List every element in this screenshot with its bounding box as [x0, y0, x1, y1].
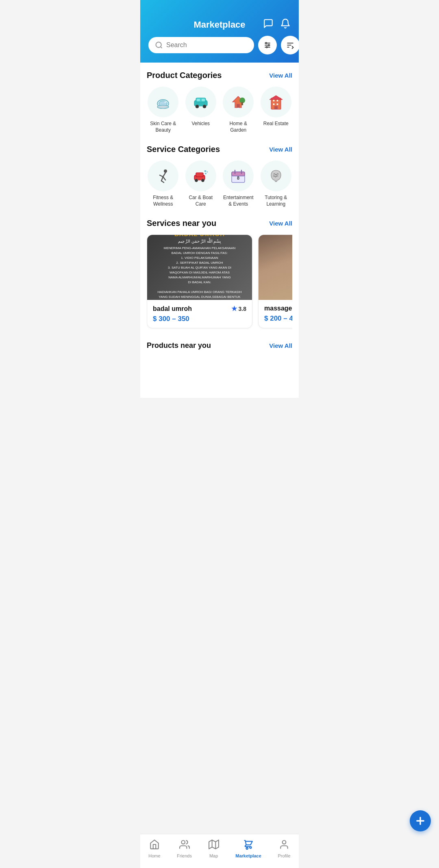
svg-rect-30	[274, 106, 278, 109]
notification-icon-button[interactable]	[280, 18, 291, 31]
skin-care-icon-circle	[148, 87, 178, 117]
badal-umroh-info: badal umroh ★ 3.8 $ 300 – 350	[147, 300, 252, 328]
massage-info: massage th... $ 200 – 400	[259, 300, 292, 328]
svg-point-41	[201, 179, 204, 182]
services-near-header: Services near you View All	[147, 219, 292, 228]
badal-umroh-name: badal umroh	[153, 305, 192, 312]
massage-name: massage th...	[264, 305, 292, 312]
product-categories-grid: Skin Care &Beauty Vehicles	[147, 87, 292, 133]
category-item-fitness[interactable]: Fitness &Wellness	[147, 161, 180, 207]
svg-point-43	[206, 171, 208, 173]
service-categories-header: Service Categories View All	[147, 145, 292, 154]
services-near-title: Services near you	[147, 219, 216, 228]
svg-point-5	[265, 42, 267, 43]
category-item-tutoring[interactable]: Tutoring &Learning	[260, 161, 293, 207]
fitness-icon-circle	[148, 161, 178, 191]
tutoring-label: Tutoring &Learning	[265, 195, 287, 207]
products-near-title: Products near you	[147, 341, 211, 350]
category-item-skin-care[interactable]: Skin Care &Beauty	[147, 87, 180, 133]
home-garden-icon-circle	[223, 87, 254, 117]
search-icon	[155, 41, 163, 49]
category-item-car-boat[interactable]: Car & BoatCare	[185, 161, 217, 207]
star-icon: ★	[231, 305, 237, 312]
badal-umroh-rating: ★ 3.8	[231, 305, 246, 312]
badal-umroh-image-title: BADAL UMROH	[174, 235, 225, 237]
svg-line-34	[160, 175, 163, 177]
vehicles-icon-circle	[185, 87, 216, 117]
car-boat-icon-circle	[185, 161, 216, 191]
service-card-badal-umroh[interactable]: BADAL UMROH بِسْمِ اللَّه الرَّ حمَن الر…	[147, 234, 252, 328]
category-item-home-garden[interactable]: Home &Garden	[222, 87, 255, 133]
services-near-you-section: Services near you View All BADAL UMROH ب…	[147, 219, 292, 332]
svg-text:8: 8	[237, 176, 239, 180]
svg-rect-28	[273, 103, 275, 105]
svg-rect-26	[273, 100, 275, 102]
car-boat-label: Car & BoatCare	[189, 195, 213, 207]
header-icons	[263, 18, 291, 31]
main-content: Product Categories View All Skin Care &B…	[140, 63, 299, 398]
real-estate-label: Real Estate	[263, 121, 289, 127]
header-top: Marketplace	[148, 20, 291, 30]
search-bar[interactable]	[148, 37, 254, 53]
svg-point-42	[205, 173, 206, 174]
services-near-view-all[interactable]: View All	[269, 220, 292, 227]
real-estate-icon-circle	[261, 87, 291, 117]
svg-marker-31	[269, 95, 283, 100]
badal-umroh-arabic: بِسْمِ اللَّه الرَّ حمَن الرَّ حِيم	[178, 239, 222, 243]
service-categories-grid: Fitness &Wellness Ca	[147, 161, 292, 207]
search-row	[148, 36, 291, 54]
product-categories-view-all[interactable]: View All	[269, 72, 292, 79]
category-item-entertainment[interactable]: 8 Entertainment& Events	[222, 161, 255, 207]
filter-icon-button[interactable]	[258, 36, 277, 54]
product-categories-header: Product Categories View All	[147, 71, 292, 80]
svg-rect-24	[241, 102, 243, 105]
products-near-view-all[interactable]: View All	[269, 342, 292, 349]
svg-point-17	[196, 105, 199, 108]
svg-rect-39	[196, 173, 203, 177]
services-scroll: BADAL UMROH بِسْمِ اللَّه الرَّ حمَن الر…	[147, 234, 292, 332]
svg-line-36	[161, 181, 164, 182]
svg-line-1	[161, 47, 162, 48]
svg-rect-22	[237, 104, 240, 108]
sort-icon-button[interactable]	[281, 36, 299, 54]
product-categories-section: Product Categories View All Skin Care &B…	[147, 71, 292, 133]
fitness-label: Fitness &Wellness	[153, 195, 173, 207]
category-item-vehicles[interactable]: Vehicles	[185, 87, 217, 133]
products-near-header: Products near you View All	[147, 341, 292, 353]
tutoring-icon-circle	[261, 161, 291, 191]
service-categories-section: Service Categories View All Fitness &	[147, 145, 292, 207]
svg-line-35	[161, 177, 163, 181]
svg-point-6	[268, 44, 269, 46]
products-near-section: Products near you View All	[147, 341, 292, 353]
entertainment-label: Entertainment& Events	[223, 195, 254, 207]
svg-point-0	[156, 42, 161, 48]
badal-umroh-price: $ 300 – 350	[153, 315, 246, 323]
massage-image	[259, 235, 292, 300]
header: Marketplace	[140, 0, 299, 63]
svg-rect-27	[276, 100, 278, 102]
vehicles-label: Vehicles	[191, 121, 210, 127]
svg-point-14	[164, 101, 167, 103]
svg-line-33	[163, 173, 165, 177]
badal-umroh-body: MENERIMA PENG-AMANAHAN PELAKSANAANBADAL …	[158, 246, 242, 300]
service-categories-view-all[interactable]: View All	[269, 146, 292, 153]
entertainment-icon-circle: 8	[223, 161, 254, 191]
category-item-real-estate[interactable]: Real Estate	[260, 87, 293, 133]
svg-rect-29	[276, 103, 278, 105]
search-input[interactable]	[166, 41, 248, 49]
svg-point-13	[157, 105, 169, 108]
service-categories-title: Service Categories	[147, 145, 220, 154]
skin-care-label: Skin Care &Beauty	[150, 121, 176, 133]
svg-rect-19	[197, 99, 200, 101]
badal-umroh-image: BADAL UMROH بِسْمِ اللَّه الرَّ حمَن الر…	[147, 235, 252, 300]
svg-line-37	[163, 177, 165, 180]
svg-point-18	[203, 105, 206, 108]
massage-price: $ 200 – 400	[264, 315, 292, 323]
svg-point-7	[266, 46, 267, 48]
product-categories-title: Product Categories	[147, 71, 222, 80]
svg-point-40	[195, 179, 198, 182]
chat-icon-button[interactable]	[263, 18, 274, 31]
service-card-massage[interactable]: massage th... $ 200 – 400	[258, 234, 292, 328]
svg-rect-20	[202, 99, 205, 101]
home-garden-label: Home &Garden	[230, 121, 247, 133]
